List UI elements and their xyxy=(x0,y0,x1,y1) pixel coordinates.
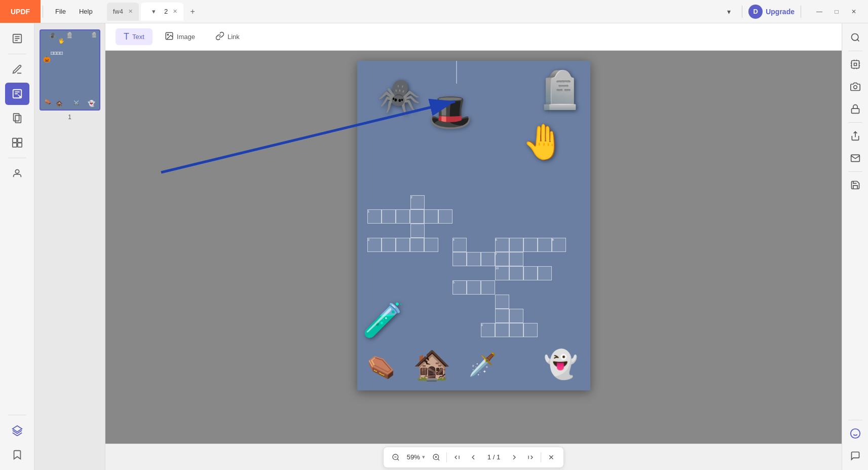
ocr-button[interactable] xyxy=(845,54,865,75)
tab-dropdown-icon[interactable]: ▾ xyxy=(147,5,161,19)
bottom-bar: 59% ▾ xyxy=(105,444,842,470)
link-tool-button[interactable]: Link xyxy=(207,28,248,45)
sidebar-item-pages[interactable] xyxy=(5,107,29,129)
thumbnail-image: 🕷️ 🪦 🪦 🖐️ 🎃 ⚰️ xyxy=(40,29,100,111)
title-bar-right: ▾ D Upgrade — □ ✕ xyxy=(722,5,862,19)
help-menu[interactable]: Help xyxy=(73,6,99,17)
sidebar-item-reader[interactable] xyxy=(5,27,29,50)
svg-rect-11 xyxy=(12,143,16,147)
last-page-button[interactable] xyxy=(522,449,539,465)
sidebar-item-layers[interactable] xyxy=(5,419,29,442)
avatar: D xyxy=(748,5,763,19)
ai-button[interactable] xyxy=(845,423,865,444)
svg-line-20 xyxy=(397,459,399,460)
svg-rect-7 xyxy=(13,114,19,121)
menu-bar: File Help xyxy=(45,6,103,17)
close-button[interactable]: ✕ xyxy=(846,5,862,19)
close-tab-2[interactable]: ✕ xyxy=(173,8,177,15)
text-tool-icon: T xyxy=(124,31,129,42)
tabs-list-dropdown[interactable]: ▾ xyxy=(722,5,736,19)
sidebar-item-bookmark[interactable] xyxy=(5,444,29,466)
close-bottom-button[interactable]: ✕ xyxy=(543,449,559,465)
divider xyxy=(8,415,26,415)
pdf-page: 🕷️ 🎩 🪦 🤚 2 1 xyxy=(357,61,590,390)
main-area: 🕷️ 🪦 🪦 🖐️ 🎃 ⚰️ xyxy=(0,23,868,470)
svg-rect-30 xyxy=(851,61,859,68)
svg-rect-10 xyxy=(17,138,21,142)
page-indicator: 1 / 1 xyxy=(481,453,506,461)
upgrade-button[interactable]: D Upgrade xyxy=(748,5,795,19)
divider xyxy=(446,452,447,462)
right-sidebar xyxy=(842,23,868,470)
minimize-button[interactable]: — xyxy=(811,5,827,19)
divider xyxy=(848,420,862,420)
sidebar-item-edit[interactable] xyxy=(5,83,29,105)
divider xyxy=(848,122,862,123)
search-panel-button[interactable] xyxy=(845,27,865,48)
close-tab-fw4[interactable]: ✕ xyxy=(128,8,133,15)
zoom-controls: 59% ▾ xyxy=(383,447,564,468)
svg-line-23 xyxy=(438,459,439,460)
prev-page-button[interactable] xyxy=(465,449,481,465)
svg-point-34 xyxy=(850,429,859,438)
coffin-image: ⚰️ xyxy=(367,354,395,380)
gravestone-image: 🪦 xyxy=(537,68,583,112)
spider-string xyxy=(456,61,457,84)
chat-button[interactable] xyxy=(845,446,865,466)
divider xyxy=(848,171,862,172)
svg-line-29 xyxy=(857,40,859,42)
maximize-button[interactable]: □ xyxy=(828,5,845,19)
add-tab-button[interactable]: + xyxy=(185,5,200,19)
knife-image: 🗡️ xyxy=(469,351,497,378)
save-button[interactable] xyxy=(845,175,865,195)
link-tool-icon xyxy=(215,31,224,42)
lock-button[interactable] xyxy=(845,99,865,119)
first-page-button[interactable] xyxy=(449,449,465,465)
zoom-in-button[interactable] xyxy=(428,449,444,465)
pdf-view[interactable]: 🕷️ 🎩 🪦 🤚 2 1 xyxy=(105,51,842,444)
share-button[interactable] xyxy=(845,126,865,146)
content-area: T Text Image Lin xyxy=(105,23,842,470)
text-tool-button[interactable]: T Text xyxy=(116,28,153,45)
email-button[interactable] xyxy=(845,148,865,168)
toolbar: T Text Image Lin xyxy=(105,23,842,51)
page-number-label: 1 xyxy=(40,114,100,121)
image-tool-button[interactable]: Image xyxy=(157,28,203,45)
svg-rect-9 xyxy=(12,138,16,142)
tab-fw4[interactable]: fw4 ✕ xyxy=(107,3,139,21)
castle-image: 🏚️ xyxy=(413,347,451,383)
zoom-value: 59% ▾ xyxy=(404,453,428,461)
thumbnail-page-1[interactable]: 🕷️ 🪦 🪦 🖐️ 🎃 ⚰️ xyxy=(40,29,100,121)
spider-image: 🕷️ xyxy=(378,76,421,117)
divider xyxy=(848,51,862,51)
svg-point-31 xyxy=(853,86,857,89)
file-menu[interactable]: File xyxy=(49,6,72,17)
divider xyxy=(8,158,26,158)
divider xyxy=(8,54,26,54)
tab-2[interactable]: ▾ 2 ✕ xyxy=(141,3,183,21)
divider xyxy=(541,452,541,462)
sidebar-item-pen[interactable] xyxy=(5,58,29,81)
scan-button[interactable] xyxy=(845,77,865,97)
svg-rect-12 xyxy=(17,143,21,147)
witch-hat-image: 🎩 xyxy=(428,91,472,133)
left-sidebar xyxy=(0,23,34,470)
tabs-area: fw4 ✕ ▾ 2 ✕ + xyxy=(103,3,722,21)
zoom-out-button[interactable] xyxy=(388,449,404,465)
svg-rect-32 xyxy=(851,109,859,113)
svg-point-28 xyxy=(851,34,858,41)
ghost-image: 👻 xyxy=(544,348,578,380)
potion-image: 🧪 xyxy=(362,301,404,340)
next-page-button[interactable] xyxy=(506,449,522,465)
app-logo: UPDF xyxy=(0,0,41,23)
title-bar: UPDF File Help fw4 ✕ ▾ 2 ✕ + ▾ D Upgrade… xyxy=(0,0,868,23)
sidebar-item-stamp[interactable] xyxy=(5,162,29,185)
image-tool-icon xyxy=(165,31,174,42)
window-controls: — □ ✕ xyxy=(811,5,862,19)
sidebar-item-organize[interactable] xyxy=(5,131,29,154)
zoom-dropdown[interactable]: ▾ xyxy=(422,454,425,460)
svg-point-13 xyxy=(15,170,19,173)
zombie-hand-image: 🤚 xyxy=(522,122,565,162)
svg-point-16 xyxy=(167,34,168,35)
thumbnail-panel: 🕷️ 🪦 🪦 🖐️ 🎃 ⚰️ xyxy=(34,23,105,470)
